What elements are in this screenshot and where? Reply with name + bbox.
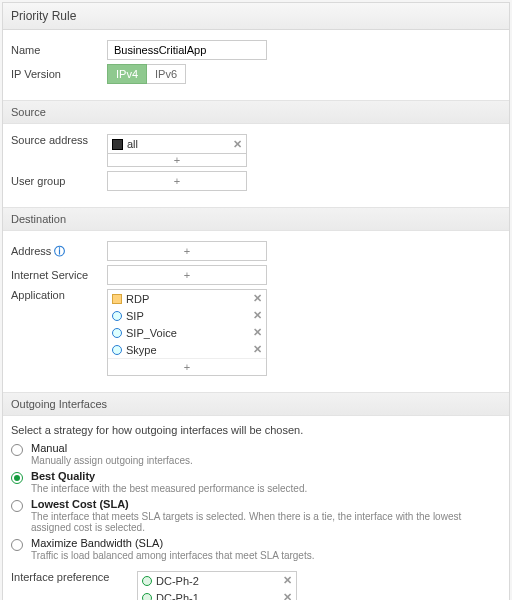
strategy-max-bandwidth[interactable]: Maximize Bandwidth (SLA)Traffic is load … bbox=[11, 537, 501, 561]
panel-title: Priority Rule bbox=[3, 3, 509, 30]
app-icon bbox=[112, 345, 122, 355]
app-item[interactable]: SIP✕ bbox=[108, 307, 266, 324]
app-icon bbox=[112, 294, 122, 304]
source-address-add[interactable]: + bbox=[107, 154, 247, 167]
strategy-best-quality[interactable]: Best QualityThe interface with the best … bbox=[11, 470, 501, 494]
app-item[interactable]: RDP✕ bbox=[108, 290, 266, 307]
info-icon[interactable]: ⓘ bbox=[54, 245, 65, 257]
name-input[interactable] bbox=[107, 40, 267, 60]
strategy-lowest-cost[interactable]: Lowest Cost (SLA)The interface that meet… bbox=[11, 498, 501, 533]
outgoing-header: Outgoing Interfaces bbox=[3, 392, 509, 416]
application-label: Application bbox=[11, 289, 101, 301]
interface-pref-list: DC-Ph-2✕ DC-Ph-1✕ + bbox=[137, 571, 297, 600]
remove-icon[interactable]: ✕ bbox=[253, 326, 262, 339]
internet-service-label: Internet Service bbox=[11, 269, 101, 281]
source-address-item[interactable]: all ✕ bbox=[107, 134, 247, 154]
strategy-hint: Select a strategy for how outgoing inter… bbox=[11, 424, 501, 436]
app-icon bbox=[112, 311, 122, 321]
usergroup-label: User group bbox=[11, 175, 101, 187]
remove-icon[interactable]: ✕ bbox=[253, 292, 262, 305]
destination-header: Destination bbox=[3, 207, 509, 231]
internet-service-add[interactable]: + bbox=[107, 265, 267, 285]
radio-icon[interactable] bbox=[11, 539, 23, 551]
radio-icon[interactable] bbox=[11, 500, 23, 512]
app-item[interactable]: Skype✕ bbox=[108, 341, 266, 358]
radio-icon[interactable] bbox=[11, 444, 23, 456]
radio-icon[interactable] bbox=[11, 472, 23, 484]
source-address-label: Source address bbox=[11, 134, 101, 146]
remove-icon[interactable]: ✕ bbox=[233, 138, 242, 151]
remove-icon[interactable]: ✕ bbox=[253, 343, 262, 356]
interface-icon bbox=[142, 576, 152, 586]
strategy-manual[interactable]: ManualManually assign outgoing interface… bbox=[11, 442, 501, 466]
interface-item[interactable]: DC-Ph-1✕ bbox=[138, 589, 296, 600]
application-add[interactable]: + bbox=[108, 358, 266, 375]
interface-item[interactable]: DC-Ph-2✕ bbox=[138, 572, 296, 589]
remove-icon[interactable]: ✕ bbox=[253, 309, 262, 322]
source-address-value: all bbox=[127, 138, 138, 150]
ipv6-option[interactable]: IPv6 bbox=[147, 64, 186, 84]
interface-pref-label: Interface preference bbox=[11, 571, 131, 583]
remove-icon[interactable]: ✕ bbox=[283, 574, 292, 587]
app-item[interactable]: SIP_Voice✕ bbox=[108, 324, 266, 341]
dest-address-add[interactable]: + bbox=[107, 241, 267, 261]
usergroup-add[interactable]: + bbox=[107, 171, 247, 191]
dest-address-label: Addressⓘ bbox=[11, 244, 101, 259]
application-list: RDP✕ SIP✕ SIP_Voice✕ Skype✕ + bbox=[107, 289, 267, 376]
ipv4-option[interactable]: IPv4 bbox=[107, 64, 147, 84]
source-header: Source bbox=[3, 100, 509, 124]
address-icon bbox=[112, 139, 123, 150]
app-icon bbox=[112, 328, 122, 338]
remove-icon[interactable]: ✕ bbox=[283, 591, 292, 600]
ipversion-toggle[interactable]: IPv4 IPv6 bbox=[107, 64, 186, 84]
name-label: Name bbox=[11, 44, 101, 56]
ipversion-label: IP Version bbox=[11, 68, 101, 80]
interface-icon bbox=[142, 593, 152, 601]
